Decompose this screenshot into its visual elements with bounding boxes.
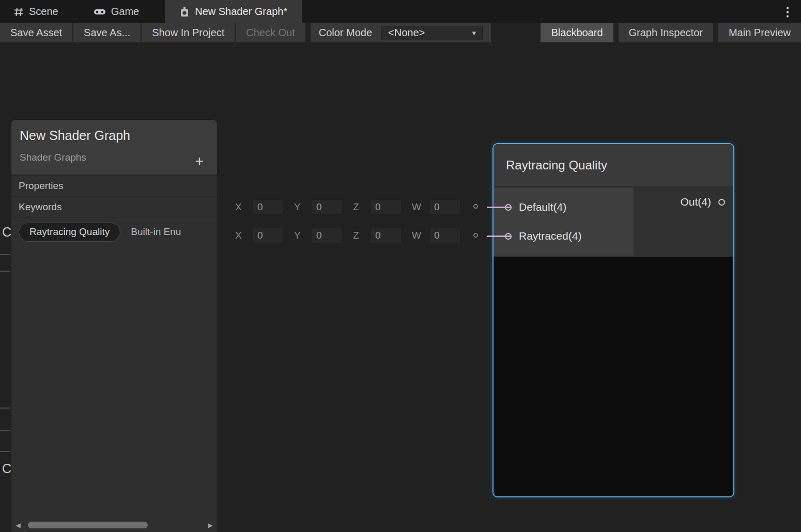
x-label: X	[235, 230, 253, 241]
shader-graph-asset-icon	[179, 6, 190, 18]
blackboard-title: New Shader Graph	[20, 128, 209, 143]
tab-game-label: Game	[111, 6, 139, 18]
show-in-project-button[interactable]: Show In Project	[142, 23, 235, 42]
scrollbar-thumb[interactable]	[28, 522, 148, 528]
clipped-node-title: C	[2, 461, 11, 476]
check-out-button: Check Out	[236, 23, 305, 42]
z-label: Z	[353, 230, 371, 241]
blackboard-horizontal-scrollbar[interactable]: ◀ ▶	[11, 519, 217, 532]
save-as-button[interactable]: Save As...	[73, 23, 141, 42]
window-menu-icon[interactable]: ⋮	[781, 0, 794, 23]
vector4-field-row: X Y Z W	[235, 199, 471, 215]
raytracing-quality-node[interactable]: Raytracing Quality Default(4) Raytraced(…	[492, 143, 734, 497]
blackboard-toggle-button[interactable]: Blackboard	[541, 23, 613, 42]
x-input[interactable]	[253, 199, 284, 215]
node-title: Raytracing Quality	[506, 158, 607, 173]
keyword-type-label: Built-in Enu	[131, 226, 181, 238]
x-input[interactable]	[253, 228, 284, 243]
node-input-ports: Default(4) Raytraced(4)	[494, 187, 634, 256]
node-preview-area	[494, 257, 733, 496]
gamepad-icon	[94, 8, 106, 15]
input-port-row: Raytraced(4)	[494, 222, 634, 251]
vector4-field-row: X Y Z W	[235, 228, 471, 243]
scroll-right-icon[interactable]: ▶	[204, 522, 217, 529]
editor-tab-bar: Scene Game New Shader Graph* ⋮	[0, 0, 801, 23]
default-input-port-label: Default(4)	[519, 201, 566, 213]
tab-scene-label: Scene	[29, 6, 58, 18]
vector-field: Z	[353, 228, 402, 243]
blackboard-section-keywords: Keywords	[11, 197, 217, 218]
z-label: Z	[353, 201, 371, 213]
out-port-icon[interactable]	[718, 199, 725, 206]
y-label: Y	[294, 230, 312, 241]
x-label: X	[235, 201, 253, 213]
vector-field: Y	[294, 199, 343, 215]
add-property-button[interactable]: +	[195, 156, 204, 166]
vector-field: W	[412, 199, 460, 215]
tab-game[interactable]: Game	[83, 0, 149, 23]
blackboard-section-properties: Properties	[11, 176, 217, 197]
blackboard-header: New Shader Graph Shader Graphs +	[11, 120, 217, 176]
scene-grid-icon	[13, 7, 24, 17]
color-mode-value: <None>	[388, 27, 425, 39]
z-input[interactable]	[371, 199, 402, 215]
input-port-row: Default(4)	[494, 193, 634, 222]
clipped-node-title: C	[2, 225, 11, 240]
color-mode-dropdown[interactable]: <None> ▾	[381, 26, 483, 40]
clipped-node-fragment	[0, 430, 10, 431]
color-mode-label: Color Mode	[319, 27, 372, 39]
clipped-node-fragment	[0, 451, 10, 452]
output-port-row: Out(4)	[634, 187, 733, 216]
shader-graph-window: Scene Game New Shader Graph* ⋮ Save Asse…	[0, 0, 801, 532]
raytraced-input-port-label: Raytraced(4)	[519, 230, 581, 242]
toolbar-right-group: Blackboard Graph Inspector Main Preview	[535, 23, 801, 42]
scroll-left-icon[interactable]: ◀	[11, 522, 25, 529]
inline-output-port[interactable]	[473, 233, 478, 238]
keyword-pill-label: Raytracing Quality	[29, 226, 110, 238]
y-label: Y	[294, 201, 312, 213]
vector-field: X	[235, 199, 284, 215]
clipped-node-fragment	[0, 271, 10, 272]
shader-graph-toolbar: Save Asset Save As... Show In Project Ch…	[0, 23, 801, 42]
blackboard-panel: New Shader Graph Shader Graphs + Propert…	[11, 120, 217, 532]
node-port-area: Default(4) Raytraced(4) Out(4)	[494, 187, 733, 256]
clipped-node-fragment	[0, 408, 10, 409]
color-mode-group: Color Mode <None> ▾	[311, 23, 491, 42]
chevron-down-icon: ▾	[472, 28, 476, 38]
keywords-section-label: Keywords	[19, 201, 61, 213]
vector-field: X	[235, 228, 284, 243]
w-label: W	[412, 201, 429, 213]
tab-shader-graph-label: New Shader Graph*	[195, 6, 287, 18]
y-input[interactable]	[312, 228, 343, 243]
vector-field: Z	[353, 199, 402, 215]
out-port-label: Out(4)	[680, 196, 711, 208]
edge-to-default-port[interactable]	[487, 207, 511, 208]
save-asset-button[interactable]: Save Asset	[0, 23, 72, 42]
graph-inspector-toggle-button[interactable]: Graph Inspector	[619, 23, 713, 42]
w-label: W	[412, 230, 429, 241]
scrollbar-track[interactable]	[25, 522, 204, 529]
clipped-node-fragment	[0, 254, 10, 255]
node-output-ports: Out(4)	[634, 187, 733, 256]
keyword-row: Raytracing Quality Built-in Enu	[11, 218, 217, 246]
y-input[interactable]	[312, 199, 343, 215]
raytracing-quality-keyword-pill[interactable]: Raytracing Quality	[19, 223, 120, 242]
edge-to-raytraced-port[interactable]	[487, 236, 511, 237]
node-header[interactable]: Raytracing Quality	[494, 144, 733, 187]
inline-output-port[interactable]	[473, 204, 478, 209]
tab-shader-graph[interactable]: New Shader Graph*	[165, 0, 302, 23]
blackboard-subtitle: Shader Graphs	[20, 152, 209, 163]
z-input[interactable]	[371, 228, 402, 243]
w-input[interactable]	[429, 199, 460, 215]
properties-section-label: Properties	[19, 180, 64, 192]
w-input[interactable]	[429, 228, 460, 243]
vector-field: W	[412, 228, 460, 243]
vector-field: Y	[294, 228, 343, 243]
tab-scene[interactable]: Scene	[3, 0, 69, 23]
main-preview-toggle-button[interactable]: Main Preview	[718, 23, 801, 42]
